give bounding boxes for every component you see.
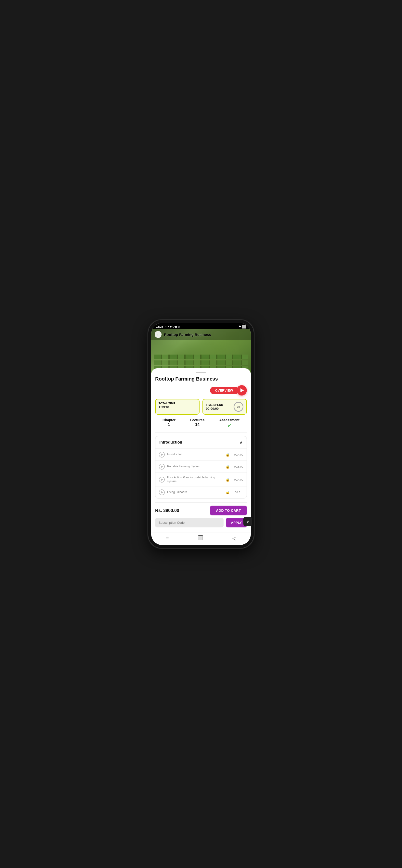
content-area: Rooftop Farming Business OVERVIEW TOTAL … [151, 368, 251, 533]
assessment-label: Assessment [219, 418, 240, 422]
assessment-item: Assessment ✓ [219, 418, 240, 429]
stats-row: TOTAL TIME 1:39:01 TIME SPEND 00:00:00 0… [155, 399, 247, 415]
time-display: 18:26 [156, 325, 163, 328]
hero-image: ← Rooftop Farming Business [151, 329, 251, 373]
price-row: Rs. 3900.00 ADD TO CART [155, 505, 247, 516]
battery-icon: ▓▓ [242, 325, 246, 328]
curriculum-section: Introduction ∧ Introduction 🔒 00:4:00 [155, 436, 247, 498]
total-time-box: TOTAL TIME 1:39:01 [155, 399, 199, 415]
time-spend-info: TIME SPEND 00:00:00 [206, 403, 234, 410]
price-display: Rs. 3900.00 [155, 508, 179, 513]
header-title: Rooftop Farming Business [164, 333, 211, 337]
chevron-up-icon: ∧ [240, 440, 243, 445]
time-spend-label: TIME SPEND [206, 403, 234, 406]
subscription-code-input[interactable] [155, 518, 223, 527]
chapter-value: 1 [162, 423, 176, 427]
lecture-name-3: Four Action Plan for portable farming sy… [167, 476, 223, 483]
time-spend-value: 00:00:00 [206, 407, 234, 410]
lecture-time-3: 00:4:00 [232, 478, 243, 481]
lecture-item[interactable]: Living Billboard 🔒 00:3:... [155, 486, 247, 498]
lecture-time-1: 00:4:00 [232, 453, 243, 456]
play-icon-3 [161, 478, 163, 481]
back-button[interactable]: ← [155, 331, 161, 338]
overview-label: OVERVIEW [210, 387, 237, 394]
status-bar: 18:26 ✕ ≋ ▶ ⬡ ▦ ◎ ✱ ▓▓ [151, 323, 251, 329]
farm-row [154, 361, 248, 365]
lock-icon-1: 🔒 [225, 453, 230, 457]
play-icon-2 [161, 465, 163, 468]
chapter-row: Chapter 1 Lectures 14 Assessment ✓ [155, 418, 247, 433]
bottom-section: Rs. 3900.00 ADD TO CART APPLY [155, 502, 247, 527]
section-title: Introduction [159, 440, 182, 444]
notification-icons: ✕ ≋ ▶ ⬡ ▦ ◎ [165, 326, 180, 328]
status-right: ✱ ▓▓ [239, 325, 246, 328]
course-title: Rooftop Farming Business [155, 376, 247, 382]
status-left: 18:26 ✕ ≋ ▶ ⬡ ▦ ◎ [156, 325, 180, 328]
lectures-value: 14 [190, 423, 205, 427]
drag-handle[interactable] [196, 372, 206, 373]
chapter-label: Chapter [162, 418, 176, 422]
play-button-1[interactable] [159, 452, 165, 458]
time-spend-box: TIME SPEND 00:00:00 0% [203, 399, 247, 415]
lecture-time-2: 00:8:00 [232, 465, 243, 468]
assessment-check: ✓ [219, 423, 240, 429]
lecture-name-2: Portable Farming System [167, 465, 223, 469]
total-time-label: TOTAL TIME [159, 402, 196, 405]
total-time-value: 1:39:01 [159, 405, 196, 409]
lecture-name-4: Living Billboard [167, 490, 223, 494]
play-button-3[interactable] [159, 477, 165, 483]
back-arrow-icon: ← [156, 332, 160, 337]
lock-icon-4: 🔒 [225, 490, 230, 494]
lectures-item: Lectures 14 [190, 418, 205, 429]
lecture-item[interactable]: Portable Farming System 🔒 00:8:00 [155, 461, 247, 472]
play-button-4[interactable] [159, 489, 165, 495]
overview-play-icon [237, 385, 247, 396]
play-icon-4 [161, 491, 163, 494]
chapter-item: Chapter 1 [162, 418, 176, 429]
phone-screen: 18:26 ✕ ≋ ▶ ⬡ ▦ ◎ ✱ ▓▓ ← Rooftop Farming… [151, 323, 251, 545]
play-icon-1 [161, 453, 163, 456]
bottom-nav: ≡ ⬜ ◁ [151, 533, 251, 545]
farm-row [154, 354, 248, 359]
bluetooth-icon: ✱ [239, 325, 241, 328]
lecture-item[interactable]: Introduction 🔒 00:4:00 [155, 448, 247, 461]
overview-button[interactable]: OVERVIEW [210, 385, 247, 396]
progress-pct: 0% [237, 406, 240, 408]
home-nav-icon[interactable]: ⬜ [198, 535, 203, 540]
subscription-row: APPLY [155, 518, 247, 527]
section-header[interactable]: Introduction ∧ [155, 436, 247, 448]
phone-frame: 18:26 ✕ ≋ ▶ ⬡ ▦ ◎ ✱ ▓▓ ← Rooftop Farming… [148, 320, 254, 548]
play-button-2[interactable] [159, 464, 165, 470]
lectures-label: Lectures [190, 418, 205, 422]
lecture-time-4: 00:3:... [232, 491, 243, 494]
menu-nav-icon[interactable]: ≡ [166, 535, 169, 541]
lock-icon-2: 🔒 [225, 465, 230, 469]
overview-section: OVERVIEW [155, 385, 247, 396]
lecture-name-1: Introduction [167, 453, 223, 457]
scroll-down-button[interactable]: ∨ [243, 517, 252, 526]
lecture-item[interactable]: Four Action Plan for portable farming sy… [155, 472, 247, 486]
lock-icon-3: 🔒 [225, 478, 230, 482]
header-bar: ← Rooftop Farming Business [151, 329, 251, 340]
play-triangle [241, 389, 244, 392]
add-to-cart-button[interactable]: ADD TO CART [210, 505, 247, 516]
progress-circle: 0% [234, 402, 243, 412]
back-nav-icon[interactable]: ◁ [233, 535, 236, 541]
